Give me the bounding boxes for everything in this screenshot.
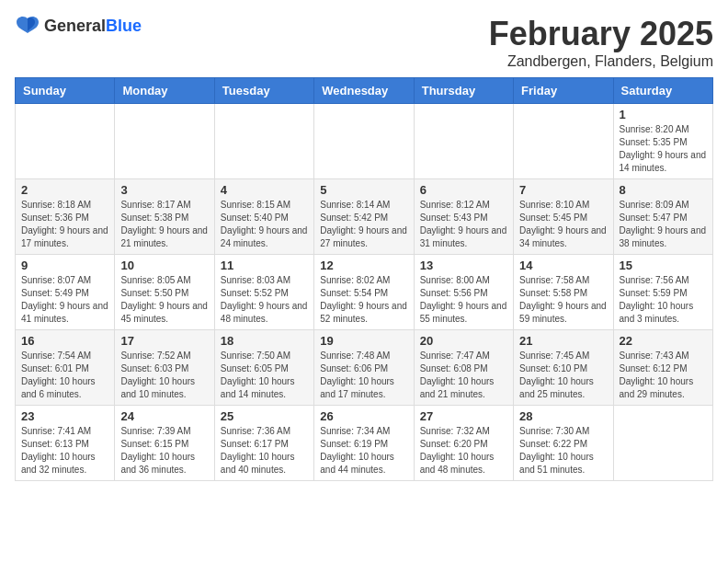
calendar-header-row: Sunday Monday Tuesday Wednesday Thursday…: [16, 78, 713, 104]
table-row: [314, 104, 414, 179]
day-info: Sunrise: 8:15 AM Sunset: 5:40 PM Dayligh…: [221, 199, 308, 250]
day-number: 3: [120, 183, 208, 197]
table-row: 27Sunrise: 7:32 AM Sunset: 6:20 PM Dayli…: [414, 406, 513, 481]
logo-icon: [15, 15, 40, 37]
table-row: 7Sunrise: 8:10 AM Sunset: 5:45 PM Daylig…: [514, 179, 613, 255]
table-row: 26Sunrise: 7:34 AM Sunset: 6:19 PM Dayli…: [314, 406, 414, 481]
table-row: 15Sunrise: 7:56 AM Sunset: 5:59 PM Dayli…: [613, 255, 712, 330]
day-number: 4: [221, 183, 308, 197]
day-number: 12: [320, 259, 407, 272]
day-number: 17: [120, 334, 208, 348]
day-number: 11: [221, 259, 308, 272]
day-info: Sunrise: 7:30 AM Sunset: 6:22 PM Dayligh…: [519, 425, 607, 477]
day-number: 2: [21, 183, 108, 197]
table-row: 24Sunrise: 7:39 AM Sunset: 6:15 PM Dayli…: [115, 406, 214, 481]
calendar-table: Sunday Monday Tuesday Wednesday Thursday…: [15, 77, 713, 481]
table-row: [414, 104, 513, 179]
day-info: Sunrise: 7:54 AM Sunset: 6:01 PM Dayligh…: [21, 350, 108, 401]
table-row: 28Sunrise: 7:30 AM Sunset: 6:22 PM Dayli…: [514, 406, 613, 481]
col-sunday: Sunday: [16, 78, 115, 104]
table-row: 19Sunrise: 7:48 AM Sunset: 6:06 PM Dayli…: [314, 330, 414, 406]
table-row: 11Sunrise: 8:03 AM Sunset: 5:52 PM Dayli…: [214, 255, 313, 330]
calendar-week-row: 2Sunrise: 8:18 AM Sunset: 5:36 PM Daylig…: [16, 179, 713, 255]
calendar-week-row: 9Sunrise: 8:07 AM Sunset: 5:49 PM Daylig…: [16, 255, 713, 330]
col-wednesday: Wednesday: [314, 78, 414, 104]
table-row: 3Sunrise: 8:17 AM Sunset: 5:38 PM Daylig…: [115, 179, 214, 255]
calendar-week-row: 16Sunrise: 7:54 AM Sunset: 6:01 PM Dayli…: [16, 330, 713, 406]
day-info: Sunrise: 8:17 AM Sunset: 5:38 PM Dayligh…: [120, 199, 208, 250]
col-monday: Monday: [115, 78, 214, 104]
day-number: 23: [21, 409, 108, 423]
day-number: 14: [519, 259, 607, 272]
table-row: [613, 406, 712, 481]
col-tuesday: Tuesday: [214, 78, 313, 104]
table-row: 2Sunrise: 8:18 AM Sunset: 5:36 PM Daylig…: [16, 179, 115, 255]
day-info: Sunrise: 7:50 AM Sunset: 6:05 PM Dayligh…: [221, 350, 308, 401]
table-row: [16, 104, 115, 179]
table-row: 6Sunrise: 8:12 AM Sunset: 5:43 PM Daylig…: [414, 179, 513, 255]
logo: GeneralBlue: [15, 15, 142, 37]
day-number: 7: [519, 183, 607, 197]
table-row: 12Sunrise: 8:02 AM Sunset: 5:54 PM Dayli…: [314, 255, 414, 330]
table-row: 4Sunrise: 8:15 AM Sunset: 5:40 PM Daylig…: [214, 179, 313, 255]
day-info: Sunrise: 8:20 AM Sunset: 5:35 PM Dayligh…: [620, 123, 707, 175]
day-number: 27: [420, 409, 507, 423]
table-row: 9Sunrise: 8:07 AM Sunset: 5:49 PM Daylig…: [16, 255, 115, 330]
day-number: 9: [21, 259, 108, 272]
col-thursday: Thursday: [414, 78, 513, 104]
table-row: 5Sunrise: 8:14 AM Sunset: 5:42 PM Daylig…: [314, 179, 414, 255]
day-info: Sunrise: 8:00 AM Sunset: 5:56 PM Dayligh…: [420, 274, 507, 326]
day-info: Sunrise: 7:43 AM Sunset: 6:12 PM Dayligh…: [620, 350, 707, 401]
day-info: Sunrise: 7:36 AM Sunset: 6:17 PM Dayligh…: [221, 425, 308, 477]
day-info: Sunrise: 8:03 AM Sunset: 5:52 PM Dayligh…: [221, 274, 308, 326]
table-row: 22Sunrise: 7:43 AM Sunset: 6:12 PM Dayli…: [613, 330, 712, 406]
day-info: Sunrise: 8:14 AM Sunset: 5:42 PM Dayligh…: [320, 199, 407, 250]
day-number: 24: [120, 409, 208, 423]
calendar-week-row: 23Sunrise: 7:41 AM Sunset: 6:13 PM Dayli…: [16, 406, 713, 481]
day-number: 18: [221, 334, 308, 348]
logo-blue: Blue: [106, 17, 142, 35]
day-info: Sunrise: 8:18 AM Sunset: 5:36 PM Dayligh…: [21, 199, 108, 250]
logo-general: General: [44, 17, 106, 35]
table-row: 13Sunrise: 8:00 AM Sunset: 5:56 PM Dayli…: [414, 255, 513, 330]
table-row: 18Sunrise: 7:50 AM Sunset: 6:05 PM Dayli…: [214, 330, 313, 406]
day-number: 6: [420, 183, 507, 197]
table-row: [115, 104, 214, 179]
day-number: 20: [420, 334, 507, 348]
day-number: 26: [320, 409, 407, 423]
page-header: GeneralBlue February 2025 Zandbergen, Fl…: [15, 15, 713, 70]
table-row: 25Sunrise: 7:36 AM Sunset: 6:17 PM Dayli…: [214, 406, 313, 481]
title-area: February 2025 Zandbergen, Flanders, Belg…: [489, 15, 713, 70]
day-number: 1: [620, 108, 707, 121]
table-row: [214, 104, 313, 179]
day-number: 28: [519, 409, 607, 423]
day-info: Sunrise: 8:02 AM Sunset: 5:54 PM Dayligh…: [320, 274, 407, 326]
month-title: February 2025: [489, 15, 713, 53]
day-info: Sunrise: 7:45 AM Sunset: 6:10 PM Dayligh…: [519, 350, 607, 401]
table-row: 21Sunrise: 7:45 AM Sunset: 6:10 PM Dayli…: [514, 330, 613, 406]
day-info: Sunrise: 7:48 AM Sunset: 6:06 PM Dayligh…: [320, 350, 407, 401]
day-info: Sunrise: 7:58 AM Sunset: 5:58 PM Dayligh…: [519, 274, 607, 326]
day-info: Sunrise: 7:32 AM Sunset: 6:20 PM Dayligh…: [420, 425, 507, 477]
day-number: 22: [620, 334, 707, 348]
day-info: Sunrise: 7:34 AM Sunset: 6:19 PM Dayligh…: [320, 425, 407, 477]
day-number: 8: [620, 183, 707, 197]
day-info: Sunrise: 8:07 AM Sunset: 5:49 PM Dayligh…: [21, 274, 108, 326]
table-row: 23Sunrise: 7:41 AM Sunset: 6:13 PM Dayli…: [16, 406, 115, 481]
table-row: 10Sunrise: 8:05 AM Sunset: 5:50 PM Dayli…: [115, 255, 214, 330]
table-row: [514, 104, 613, 179]
table-row: 8Sunrise: 8:09 AM Sunset: 5:47 PM Daylig…: [613, 179, 712, 255]
day-number: 16: [21, 334, 108, 348]
col-friday: Friday: [514, 78, 613, 104]
day-number: 25: [221, 409, 308, 423]
location-subtitle: Zandbergen, Flanders, Belgium: [489, 53, 713, 70]
day-info: Sunrise: 8:10 AM Sunset: 5:45 PM Dayligh…: [519, 199, 607, 250]
day-info: Sunrise: 8:05 AM Sunset: 5:50 PM Dayligh…: [120, 274, 208, 326]
col-saturday: Saturday: [613, 78, 712, 104]
day-number: 5: [320, 183, 407, 197]
day-number: 15: [620, 259, 707, 272]
day-info: Sunrise: 7:52 AM Sunset: 6:03 PM Dayligh…: [120, 350, 208, 401]
table-row: 1Sunrise: 8:20 AM Sunset: 5:35 PM Daylig…: [613, 104, 712, 179]
day-info: Sunrise: 8:09 AM Sunset: 5:47 PM Dayligh…: [620, 199, 707, 250]
table-row: 17Sunrise: 7:52 AM Sunset: 6:03 PM Dayli…: [115, 330, 214, 406]
